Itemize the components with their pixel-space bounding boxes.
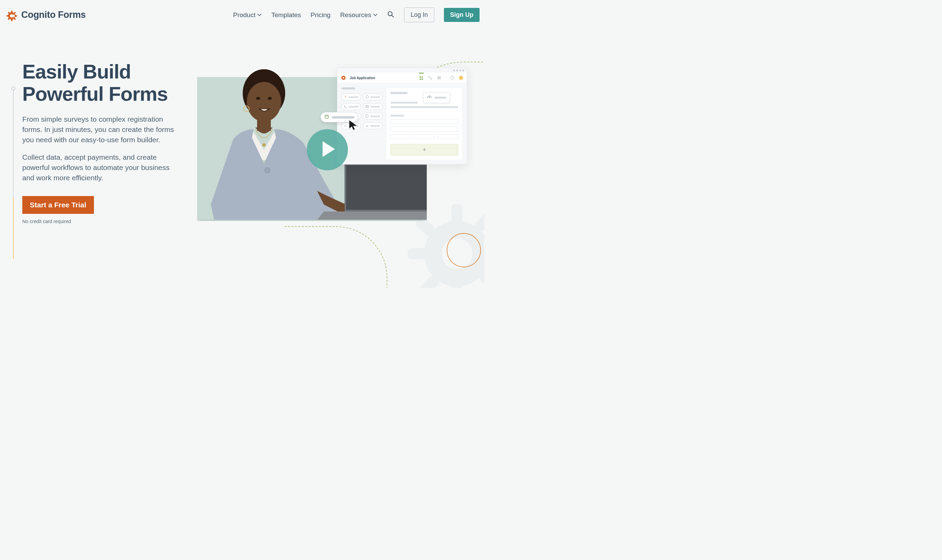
svg-point-16 — [268, 97, 272, 100]
phone-icon — [344, 105, 347, 108]
face-icon — [365, 95, 369, 99]
svg-rect-25 — [422, 77, 423, 78]
svg-point-9 — [442, 238, 473, 269]
search-icon — [387, 11, 394, 19]
help-icon: ? — [450, 75, 454, 80]
svg-text:T: T — [345, 95, 346, 99]
pill-placeholder-line — [332, 116, 354, 118]
signature-icon — [344, 124, 347, 128]
svg-text:?: ? — [451, 77, 453, 79]
signup-button[interactable]: Sign Up — [444, 8, 480, 22]
svg-point-20 — [265, 168, 270, 173]
svg-rect-40 — [325, 115, 328, 118]
svg-point-19 — [262, 143, 266, 147]
nav-resources[interactable]: Resources — [340, 11, 377, 19]
upload-field-pill — [363, 122, 383, 129]
mockup-form-title: Job Application — [349, 76, 416, 80]
trial-note: No credit card required — [22, 218, 183, 224]
hero-title-line1: Easily Build — [22, 60, 131, 83]
decorative-dashed-arc — [285, 226, 387, 288]
svg-point-38 — [366, 95, 368, 98]
svg-rect-24 — [420, 77, 421, 78]
entries-icon — [437, 75, 442, 80]
login-button[interactable]: Log In — [404, 8, 434, 22]
upload-card — [423, 92, 450, 103]
window-control-icon — [456, 69, 458, 71]
brand-logo[interactable]: Cognito Forms — [5, 9, 86, 22]
site-header: Cognito Forms Product Templates Pricing … — [0, 0, 484, 30]
tag-icon — [365, 114, 369, 118]
svg-rect-3 — [408, 248, 428, 259]
gear-icon — [5, 9, 18, 22]
hero-title: Easily Build Powerful Forms — [22, 61, 183, 105]
avatar-icon — [459, 75, 463, 80]
canvas-input-placeholder — [391, 134, 412, 139]
cloud-upload-icon — [427, 95, 432, 101]
canvas-input-placeholder — [391, 119, 458, 124]
hero-content: Easily Build Powerful Forms From simple … — [22, 61, 183, 225]
nav-pricing-label: Pricing — [311, 11, 331, 19]
nav-resources-label: Resources — [340, 11, 371, 19]
hero-visual: Job Application ? — [197, 61, 464, 225]
gear-icon — [341, 75, 346, 80]
nav-templates[interactable]: Templates — [271, 11, 301, 19]
cursor-icon — [348, 119, 360, 131]
svg-point-0 — [424, 221, 484, 286]
build-tab-icon — [419, 73, 424, 81]
brand-name: Cognito Forms — [21, 9, 86, 20]
canvas-placeholder-line — [391, 92, 408, 94]
canvas-input-placeholder — [437, 134, 458, 139]
canvas-input-placeholder — [391, 127, 458, 132]
cloud-icon — [365, 124, 369, 128]
start-trial-button[interactable]: Start a Free Trial — [22, 196, 94, 214]
window-control-icon — [453, 69, 455, 71]
emoji-field-pill — [363, 94, 383, 100]
hero-section: Easily Build Powerful Forms From simple … — [0, 30, 484, 225]
svg-point-15 — [256, 97, 260, 100]
window-control-icon — [462, 69, 464, 71]
chevron-down-icon — [257, 13, 262, 17]
play-video-button[interactable] — [307, 129, 348, 170]
email-field-pill — [363, 103, 383, 110]
svg-point-23 — [343, 77, 345, 79]
nav-product-label: Product — [233, 11, 256, 19]
canvas-placeholder-line — [391, 102, 418, 103]
svg-rect-27 — [422, 78, 423, 80]
decorative-circle — [447, 233, 481, 267]
svg-point-36 — [459, 76, 463, 80]
nav-product[interactable]: Product — [233, 11, 262, 19]
mockup-toolbar: Job Application ? — [337, 73, 467, 83]
chevron-down-icon — [373, 13, 377, 17]
text-icon: T — [344, 95, 347, 99]
workflow-icon — [428, 75, 433, 80]
hero-paragraph-1: From simple surveys to complex registrat… — [22, 114, 183, 145]
main-nav: Product Templates Pricing Resources Log … — [233, 8, 480, 22]
canvas-placeholder-line — [391, 106, 458, 108]
add-field-button: + — [391, 144, 458, 155]
search-button[interactable] — [387, 11, 394, 19]
calendar-icon — [324, 114, 329, 120]
mockup-window-controls — [337, 68, 467, 73]
svg-rect-26 — [420, 78, 421, 80]
svg-rect-8 — [419, 274, 440, 288]
play-icon — [319, 140, 336, 159]
hero-title-line2: Powerful Forms — [22, 83, 168, 105]
window-control-icon — [459, 69, 461, 71]
svg-point-14 — [247, 82, 281, 122]
svg-line-30 — [429, 77, 431, 78]
text-field-pill: T — [342, 94, 361, 100]
canvas-placeholder-label — [391, 115, 404, 117]
svg-rect-6 — [478, 270, 484, 288]
phone-field-pill — [342, 103, 361, 110]
tag-field-pill — [363, 113, 383, 120]
palette-heading — [342, 88, 355, 89]
mail-icon — [365, 105, 369, 108]
canvas-input-placeholder — [414, 134, 435, 139]
hero-paragraph-2: Collect data, accept payments, and creat… — [22, 152, 183, 183]
svg-line-12 — [392, 15, 394, 17]
upload-placeholder-line — [434, 97, 446, 99]
svg-rect-2 — [451, 283, 462, 288]
nav-pricing[interactable]: Pricing — [311, 11, 331, 19]
svg-point-11 — [388, 12, 392, 16]
nav-templates-label: Templates — [271, 11, 301, 19]
